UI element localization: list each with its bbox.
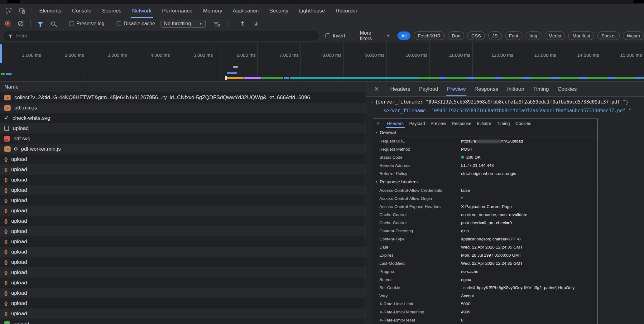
table-row[interactable]: ✓check-white.svg xyxy=(0,113,366,123)
table-row[interactable]: {}upload xyxy=(0,257,366,267)
chip-img[interactable]: Img xyxy=(526,31,541,40)
throttling-select[interactable]: No throttling ▼ xyxy=(161,20,206,28)
chip-doc[interactable]: Doc xyxy=(448,31,464,40)
table-row[interactable]: {}upload xyxy=(0,267,366,278)
waterfall-bar xyxy=(290,77,418,79)
table-row[interactable]: {}upload xyxy=(0,298,366,308)
details-tab-initiator[interactable]: Initiator xyxy=(503,82,529,96)
disable-cache-checkbox[interactable] xyxy=(117,21,121,26)
table-row[interactable]: ‹›⚙pdf.worker.min.js xyxy=(0,144,366,154)
tab-elements[interactable]: Elements xyxy=(34,4,67,18)
chip-all[interactable]: All xyxy=(397,31,411,40)
clear-network-log-button[interactable] xyxy=(18,21,23,26)
chip-media[interactable]: Media xyxy=(545,31,565,40)
ruler-line xyxy=(0,63,644,63)
json-root-suffix: } xyxy=(626,99,628,105)
table-row[interactable]: {}upload xyxy=(0,195,366,206)
table-row[interactable]: upload xyxy=(0,319,366,324)
close-icon[interactable]: ✕ xyxy=(374,85,379,93)
table-row[interactable]: {}upload xyxy=(0,278,366,288)
details-tab-headers[interactable]: Headers xyxy=(386,82,415,96)
table-row[interactable]: {}upload xyxy=(0,236,366,247)
import-har-icon[interactable] xyxy=(240,21,245,27)
table-row[interactable]: {}upload xyxy=(0,206,366,216)
tab-lighthouse[interactable]: Lighthouse xyxy=(294,4,330,18)
chip-font[interactable]: Font xyxy=(505,31,522,40)
tab-performance[interactable]: Performance xyxy=(157,4,198,18)
section-header-response-headers[interactable]: ▾Response headers xyxy=(373,177,598,186)
more-filters-button[interactable]: More filters ▼ xyxy=(360,30,390,41)
details-tab-payload[interactable]: Payload xyxy=(415,82,442,96)
fetch-xhr-icon: {} xyxy=(4,280,7,285)
network-conditions-icon[interactable] xyxy=(213,21,221,27)
embedded-tab-preview[interactable]: Preview xyxy=(428,119,449,128)
tab-memory[interactable]: Memory xyxy=(198,4,227,18)
invert-checkbox-row[interactable]: Invert xyxy=(325,33,345,39)
table-row[interactable]: {}upload xyxy=(0,216,366,226)
header-row: Cache-Controlpost-check=0, pre-check=0 xyxy=(373,219,598,227)
tab-recorder[interactable]: Recorder xyxy=(330,4,363,18)
disable-cache-checkbox-row[interactable]: Disable cache xyxy=(117,21,155,27)
preview-json-property[interactable]: server_filename: "09431192c5cb58921668a9… xyxy=(383,108,631,114)
preserve-log-label: Preserve log xyxy=(76,21,104,27)
expander-icon[interactable]: ▾ xyxy=(371,100,373,104)
chip-socket[interactable]: Socket xyxy=(597,31,620,40)
table-row[interactable]: ‹›pdf.min.js xyxy=(0,103,366,113)
header-value: _csrf=X-ItpzyKfFPht8gK8vy0OsydiYV_Jfg2; … xyxy=(461,285,574,290)
table-row[interactable]: upload xyxy=(0,123,366,133)
close-icon[interactable]: ✕ xyxy=(376,121,380,126)
header-value: 5000 xyxy=(461,302,470,306)
record-network-log-button[interactable] xyxy=(5,21,11,27)
header-row: Referrer Policystrict-origin-when-cross-… xyxy=(373,169,598,177)
table-row[interactable]: {}upload xyxy=(0,164,366,175)
invert-checkbox[interactable] xyxy=(325,33,330,38)
table-row[interactable]: {}upload xyxy=(0,154,366,164)
embedded-tab-payload[interactable]: Payload xyxy=(406,119,428,128)
table-row[interactable]: pdf.svg xyxy=(0,133,366,144)
table-row[interactable]: {}upload xyxy=(0,247,366,257)
details-tab-preview[interactable]: Preview xyxy=(443,82,470,96)
inspect-element-icon[interactable] xyxy=(5,7,13,15)
chip-wasm[interactable]: Wasm xyxy=(623,31,644,40)
name-column-header[interactable]: Name xyxy=(0,82,366,92)
table-row[interactable]: {}upload xyxy=(0,288,366,298)
fetch-xhr-icon: {} xyxy=(4,208,7,213)
details-tab-response[interactable]: Response xyxy=(470,82,503,96)
table-row[interactable]: {}upload xyxy=(0,185,366,195)
tab-sources[interactable]: Sources xyxy=(97,4,127,18)
embedded-tab-headers[interactable]: Headers xyxy=(384,119,406,128)
section-header-general[interactable]: ▾General xyxy=(373,128,598,137)
table-row[interactable]: {}upload xyxy=(0,175,366,185)
preview-json-root[interactable]: ▾{server_filename: "09431192c5cb58921668… xyxy=(371,99,628,105)
preserve-log-checkbox[interactable] xyxy=(69,21,74,26)
header-value: no-cache xyxy=(461,269,478,274)
tab-application[interactable]: Application xyxy=(228,4,264,18)
table-row[interactable]: {}upload xyxy=(0,308,366,319)
header-key: Cache-Control xyxy=(379,220,461,225)
tab-security[interactable]: Security xyxy=(264,4,294,18)
tab-network[interactable]: Network xyxy=(127,4,157,18)
filter-toggle-icon[interactable] xyxy=(37,22,43,25)
search-icon[interactable] xyxy=(51,22,55,26)
tab-console[interactable]: Console xyxy=(67,4,97,18)
network-overview-timeline[interactable]: 1,000 ms2,000 ms3,000 ms4,000 ms5,000 ms… xyxy=(0,42,644,82)
embedded-tab-cookies[interactable]: Cookies xyxy=(513,119,534,128)
details-tab-timing[interactable]: Timing xyxy=(529,82,553,96)
chip-js[interactable]: JS xyxy=(488,31,502,40)
embedded-tab-response[interactable]: Response xyxy=(449,119,474,128)
chip-manifest[interactable]: Manifest xyxy=(568,31,594,40)
table-row[interactable]: ‹›collect?v=2&tid=G-44KQ8HETWT&gtm=45je6… xyxy=(0,92,366,103)
table-row[interactable]: {}upload xyxy=(0,226,366,236)
chip-css[interactable]: CSS xyxy=(467,31,485,40)
preserve-log-checkbox-row[interactable]: Preserve log xyxy=(69,21,104,27)
request-rows: ‹›collect?v=2&tid=G-44KQ8HETWT&gtm=45je6… xyxy=(0,92,366,324)
filter-input[interactable]: Filter xyxy=(4,31,319,41)
chip-fetchxhr[interactable]: Fetch/XHR xyxy=(414,31,445,40)
section-caret-icon: ▾ xyxy=(376,131,377,134)
timeline-tick-label: 13,000 ms xyxy=(509,52,556,58)
device-toolbar-icon[interactable] xyxy=(18,7,26,15)
embedded-tab-initiator[interactable]: Initiator xyxy=(474,119,494,128)
embedded-tab-timing[interactable]: Timing xyxy=(494,119,513,128)
details-tab-cookies[interactable]: Cookies xyxy=(553,82,581,96)
export-har-icon[interactable] xyxy=(253,21,259,27)
